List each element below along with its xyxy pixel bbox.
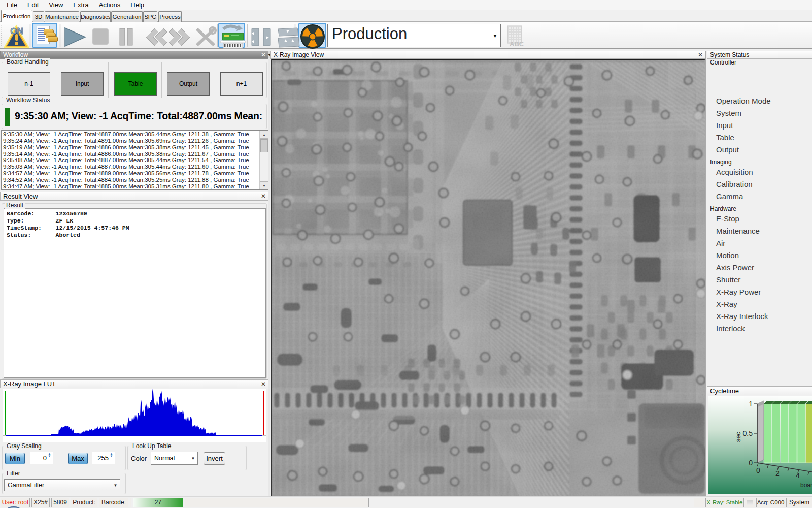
svg-text:2: 2 — [775, 469, 780, 478]
svg-text:board: board — [800, 482, 812, 489]
svg-text:sec: sec — [734, 431, 742, 442]
svg-text:ON: ON — [10, 26, 23, 36]
svg-text:0: 0 — [749, 459, 753, 467]
svg-text:ABC: ABC — [510, 40, 524, 48]
svg-text:1: 1 — [749, 400, 753, 408]
svg-text:0.5: 0.5 — [743, 429, 753, 437]
svg-text:0: 0 — [756, 466, 760, 474]
svg-text:4: 4 — [796, 471, 800, 480]
